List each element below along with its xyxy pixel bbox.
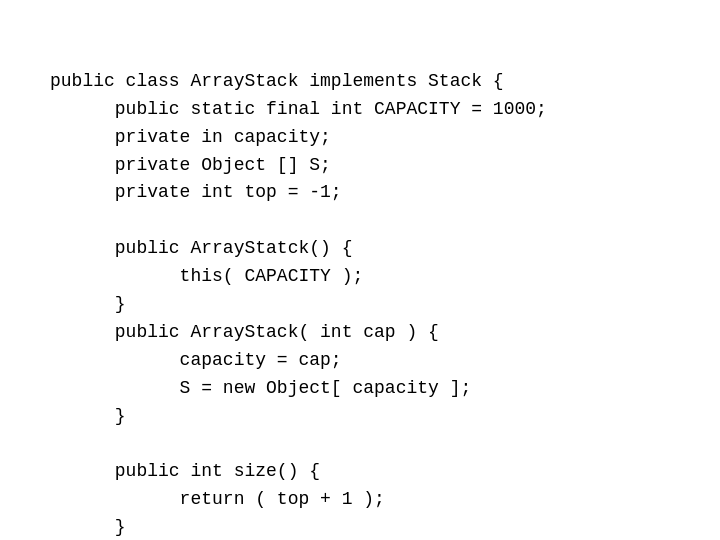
code-line-12: } [50,403,670,431]
code-line-1: public static final int CAPACITY = 1000; [50,96,670,124]
code-line-0: public class ArrayStack implements Stack… [50,68,670,96]
code-line-11: S = new Object[ capacity ]; [50,375,670,403]
code-block: public class ArrayStack implements Stack… [0,0,720,540]
code-line-9: public ArrayStack( int cap ) { [50,319,670,347]
code-line-7: this( CAPACITY ); [50,263,670,291]
code-line-3: private Object [] S; [50,152,670,180]
code-line-13 [50,430,670,458]
code-line-15: return ( top + 1 ); [50,486,670,514]
code-line-2: private in capacity; [50,124,670,152]
code-line-5 [50,207,670,235]
code-line-8: } [50,291,670,319]
code-line-10: capacity = cap; [50,347,670,375]
code-line-16: } [50,514,670,540]
code-line-4: private int top = -1; [50,179,670,207]
code-line-6: public ArrayStatck() { [50,235,670,263]
code-line-14: public int size() { [50,458,670,486]
